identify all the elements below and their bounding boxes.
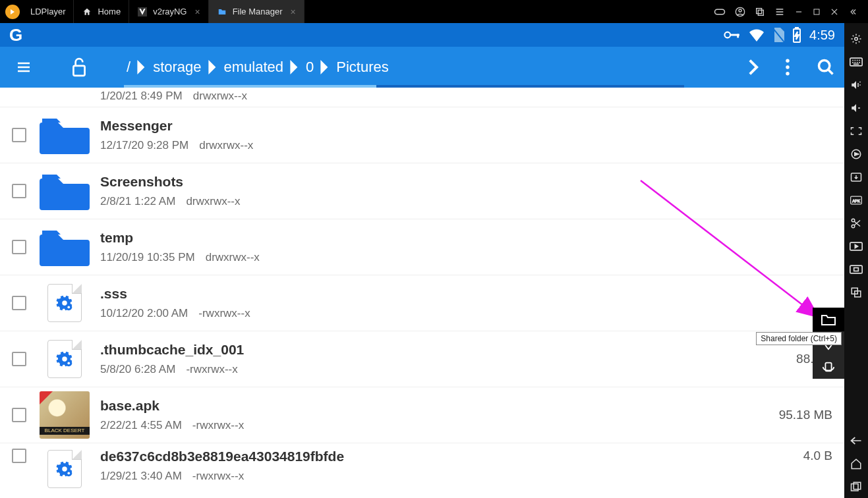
- search-icon[interactable]: [817, 58, 835, 76]
- file-row[interactable]: de637c6cd8b3e8819ea43034819fbfde1/29/21 …: [0, 443, 844, 487]
- svg-point-17: [62, 300, 67, 306]
- close-tab-icon[interactable]: ×: [194, 7, 200, 17]
- folder-icon: [40, 90, 90, 103]
- emulator-tab-label: Home: [98, 7, 121, 16]
- file-row[interactable]: .thumbcache_idx_0015/8/20 6:28 AM-rwxrwx…: [0, 331, 844, 387]
- clock-time: 4:59: [809, 28, 835, 43]
- breadcrumb-segment[interactable]: 0: [306, 59, 314, 76]
- hamburger-menu-icon[interactable]: [9, 59, 38, 75]
- file-perm: drwxrwx--x: [193, 90, 247, 103]
- file-row[interactable]: 1/20/21 8:49 PMdrwxrwx--x: [0, 88, 844, 107]
- checkbox[interactable]: [12, 352, 26, 366]
- maximize-icon[interactable]: [813, 8, 821, 16]
- unlock-icon[interactable]: [65, 57, 94, 77]
- svg-point-19: [67, 306, 70, 308]
- folder-icon: [40, 171, 90, 211]
- rail-fullscreen-icon[interactable]: [844, 119, 868, 142]
- svg-rect-1: [715, 9, 725, 14]
- rail-recents-icon[interactable]: [844, 475, 868, 498]
- chevron-right-icon: [290, 60, 299, 74]
- file-perm: -rwxrwx--x: [198, 307, 250, 320]
- file-name: de637c6cd8b3e8819ea43034819fbfde: [100, 449, 803, 464]
- breadcrumb-segment[interactable]: storage: [153, 59, 201, 76]
- breadcrumb-segment[interactable]: emulated: [224, 59, 284, 76]
- checkbox[interactable]: [12, 240, 26, 254]
- rail-scissors-icon[interactable]: [844, 211, 868, 235]
- emulator-tab-filemanager[interactable]: File Manager ×: [209, 0, 304, 23]
- settings-file-icon: [40, 449, 90, 489]
- svg-rect-38: [850, 265, 862, 273]
- multi-instance-icon[interactable]: [755, 7, 765, 17]
- forward-arrow-icon[interactable]: [748, 59, 759, 76]
- window-controls: [714, 7, 863, 17]
- settings-file-icon: [40, 283, 90, 323]
- collapse-rail-icon[interactable]: [848, 7, 857, 16]
- more-icon[interactable]: [785, 59, 790, 76]
- svg-point-25: [67, 472, 70, 474]
- file-name: temp: [100, 230, 832, 246]
- rail-home-icon[interactable]: [844, 452, 868, 475]
- rail-settings-icon[interactable]: [844, 27, 868, 50]
- panel-rotate-icon[interactable]: [813, 355, 844, 379]
- file-manager-appbar: / storage emulated 0 Pictures: [0, 47, 844, 88]
- rail-sync-icon[interactable]: [844, 142, 868, 165]
- emulator-tab-v2rayng[interactable]: v2rayNG ×: [129, 0, 208, 23]
- file-name: Screenshots: [100, 174, 832, 190]
- file-row[interactable]: Screenshots2/8/21 1:22 AMdrwxrwx--x: [0, 163, 844, 219]
- svg-text:APK: APK: [852, 198, 860, 202]
- file-row[interactable]: BLACK DESERTbase.apk2/22/21 4:55 AM-rwxr…: [0, 387, 844, 443]
- shared-folder-button[interactable]: [813, 308, 844, 331]
- rail-volume-up-icon[interactable]: [844, 73, 868, 96]
- menu-icon[interactable]: [774, 7, 785, 17]
- svg-rect-6: [814, 9, 819, 14]
- file-perm: -rwxrwx--x: [186, 363, 237, 376]
- file-perm: drwxrwx--x: [206, 251, 260, 264]
- breadcrumb-segment[interactable]: Pictures: [336, 59, 388, 76]
- file-name: .sss: [100, 286, 832, 302]
- svg-rect-11: [796, 27, 798, 29]
- rail-keyboard-icon[interactable]: [844, 50, 868, 73]
- ldplayer-logo-icon: [5, 5, 20, 19]
- shared-folder-tooltip: Shared folder (Ctrl+5): [756, 332, 842, 345]
- close-tab-icon[interactable]: ×: [291, 7, 296, 17]
- account-icon[interactable]: [735, 7, 745, 17]
- rail-volume-down-icon[interactable]: [844, 96, 868, 119]
- rail-install-apk-icon[interactable]: [844, 165, 868, 188]
- rail-apk-icon[interactable]: APK: [844, 188, 868, 211]
- close-icon[interactable]: [830, 7, 839, 16]
- file-row[interactable]: Messenger12/17/20 9:28 PMdrwxrwx--x: [0, 107, 844, 163]
- rail-record-icon[interactable]: [844, 235, 868, 258]
- svg-point-16: [819, 61, 830, 71]
- checkbox[interactable]: [12, 408, 26, 422]
- emulator-side-rail: APK: [844, 23, 868, 498]
- android-viewport: G 4:59 /: [0, 23, 844, 498]
- emulator-tab-home[interactable]: Home: [74, 0, 129, 23]
- breadcrumb: / storage emulated 0 Pictures: [100, 59, 389, 76]
- chevron-right-icon: [137, 60, 146, 74]
- checkbox[interactable]: [12, 296, 26, 310]
- breadcrumb-root[interactable]: /: [127, 59, 130, 76]
- svg-point-15: [786, 72, 789, 75]
- file-row[interactable]: temp11/20/19 10:35 PMdrwxrwx--x: [0, 219, 844, 275]
- file-row[interactable]: .sss10/12/20 2:00 AM-rwxrwx--x: [0, 275, 844, 331]
- rail-multi-window-icon[interactable]: [844, 281, 868, 304]
- rail-back-icon[interactable]: [844, 429, 868, 452]
- file-size: 95.18 MB: [779, 408, 832, 422]
- minimize-icon[interactable]: [794, 7, 803, 16]
- svg-rect-9: [737, 34, 739, 38]
- checkbox[interactable]: [12, 184, 26, 198]
- wifi-icon: [749, 28, 765, 42]
- emulator-brand-tab[interactable]: LDPlayer: [22, 0, 74, 23]
- file-name: Messenger: [100, 118, 832, 134]
- gamepad-icon[interactable]: [714, 7, 726, 16]
- checkbox[interactable]: [12, 128, 26, 142]
- chevron-right-icon: [208, 60, 217, 74]
- app-icon: [137, 7, 148, 17]
- svg-point-20: [62, 356, 67, 362]
- file-list[interactable]: 1/20/21 8:49 PMdrwxrwx--xMessenger12/17/…: [0, 88, 844, 498]
- file-name: base.apk: [100, 398, 779, 414]
- battery-charging-icon: [792, 27, 801, 43]
- checkbox[interactable]: [12, 449, 26, 463]
- svg-rect-4: [757, 8, 762, 13]
- rail-screenshot-icon[interactable]: [844, 258, 868, 281]
